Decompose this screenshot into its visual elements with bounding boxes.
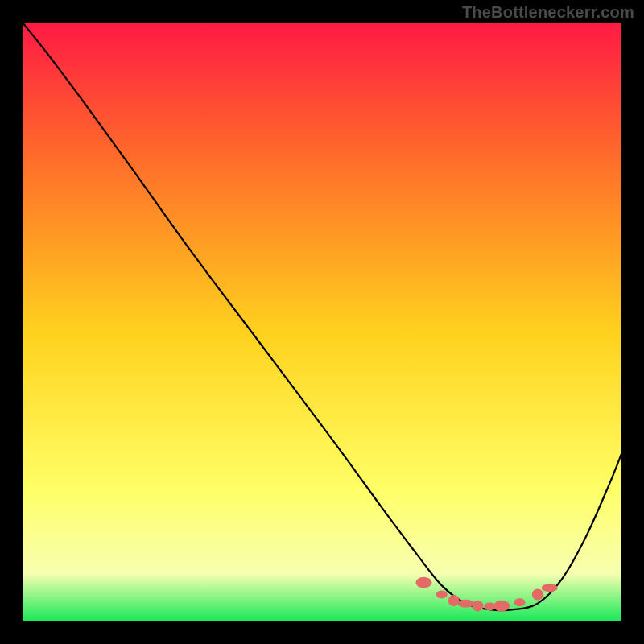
trough-marker bbox=[514, 598, 526, 606]
trough-marker bbox=[542, 584, 558, 592]
chart-svg bbox=[23, 23, 621, 621]
trough-marker bbox=[532, 589, 543, 601]
trough-marker bbox=[458, 600, 474, 608]
trough-marker bbox=[436, 591, 448, 599]
chart-background bbox=[23, 23, 621, 621]
trough-marker bbox=[472, 601, 483, 612]
trough-marker bbox=[484, 602, 495, 610]
chart-plot-area bbox=[23, 23, 621, 621]
chart-frame: TheBottleneckerr.com bbox=[0, 0, 644, 644]
trough-marker bbox=[493, 601, 510, 612]
watermark-text: TheBottleneckerr.com bbox=[462, 3, 634, 22]
trough-marker bbox=[448, 595, 460, 606]
trough-marker bbox=[415, 577, 431, 588]
